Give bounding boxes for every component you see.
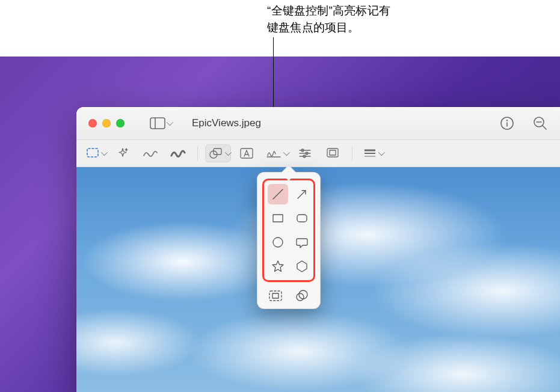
adjust-color-tool[interactable] bbox=[293, 144, 317, 162]
selection-tool[interactable] bbox=[82, 144, 107, 162]
callout-line-1: “全键盘控制”高亮标记有 bbox=[267, 2, 460, 19]
star-shape[interactable] bbox=[268, 256, 288, 277]
signature-icon bbox=[266, 148, 282, 159]
svg-rect-8 bbox=[87, 149, 98, 157]
svg-line-25 bbox=[298, 191, 306, 198]
draw-tool[interactable] bbox=[166, 144, 190, 162]
zoom-out-button[interactable] bbox=[532, 115, 548, 131]
loupe-tool[interactable] bbox=[293, 288, 311, 304]
info-button[interactable] bbox=[500, 116, 514, 130]
svg-rect-20 bbox=[330, 150, 336, 155]
mask-tool[interactable] bbox=[266, 288, 285, 304]
crop-tool[interactable] bbox=[321, 144, 345, 162]
sketch-tool[interactable] bbox=[138, 144, 162, 162]
hexagon-icon bbox=[295, 259, 309, 274]
zoom-out-icon bbox=[532, 115, 548, 131]
sidebar-icon bbox=[150, 117, 165, 129]
text-icon bbox=[239, 147, 254, 159]
roundrect-shape[interactable] bbox=[292, 208, 312, 228]
sidebar-toggle-button[interactable] bbox=[147, 115, 174, 132]
svg-rect-19 bbox=[327, 149, 338, 157]
shapes-tool[interactable] bbox=[205, 144, 231, 162]
sketch-icon bbox=[143, 148, 158, 159]
svg-rect-0 bbox=[150, 118, 165, 129]
svg-line-24 bbox=[273, 189, 283, 199]
chevron-down-icon bbox=[101, 149, 108, 156]
circle-icon bbox=[271, 235, 285, 250]
chevron-down-icon bbox=[378, 149, 385, 156]
speech-bubble-shape[interactable] bbox=[292, 232, 312, 253]
minimize-button[interactable] bbox=[102, 119, 111, 127]
chevron-down-icon bbox=[283, 149, 290, 156]
instant-alpha-tool[interactable] bbox=[111, 144, 135, 162]
shapes-popover bbox=[257, 172, 321, 309]
rectangle-icon bbox=[271, 211, 285, 225]
star-icon bbox=[271, 259, 285, 274]
line-shape[interactable] bbox=[268, 184, 288, 204]
chevron-down-icon bbox=[225, 149, 232, 156]
crop-icon bbox=[326, 147, 339, 159]
loupe-icon bbox=[295, 289, 309, 302]
shapes-icon bbox=[209, 147, 223, 159]
arrow-icon bbox=[295, 187, 309, 201]
svg-point-28 bbox=[273, 237, 283, 247]
sliders-icon bbox=[298, 148, 312, 159]
line-icon bbox=[271, 187, 285, 201]
draw-icon bbox=[170, 148, 186, 159]
sparkle-icon bbox=[116, 147, 129, 160]
close-button[interactable] bbox=[88, 119, 97, 127]
svg-line-6 bbox=[543, 126, 546, 129]
toolbar-divider bbox=[197, 146, 198, 161]
popover-bottom-row bbox=[262, 287, 315, 304]
callout-line-2: 键盘焦点的项目。 bbox=[267, 19, 460, 36]
info-icon bbox=[500, 116, 514, 130]
arrow-shape[interactable] bbox=[292, 184, 312, 204]
lines-icon bbox=[363, 149, 377, 158]
hexagon-shape[interactable] bbox=[292, 256, 312, 277]
toolbar-divider bbox=[352, 146, 352, 161]
fullscreen-button[interactable] bbox=[116, 119, 125, 127]
preview-window: EpicViews.jpeg bbox=[76, 107, 560, 392]
rounded-rectangle-icon bbox=[295, 211, 309, 225]
window-title: EpicViews.jpeg bbox=[192, 117, 261, 129]
markup-toolbar bbox=[76, 139, 560, 167]
selection-icon bbox=[86, 147, 99, 159]
border-style-tool[interactable] bbox=[360, 144, 384, 162]
text-tool[interactable] bbox=[235, 144, 259, 162]
svg-rect-26 bbox=[273, 215, 283, 222]
sign-tool[interactable] bbox=[262, 144, 289, 162]
rect-shape[interactable] bbox=[268, 208, 288, 228]
circle-shape[interactable] bbox=[268, 232, 288, 253]
svg-rect-30 bbox=[272, 293, 278, 298]
svg-rect-27 bbox=[297, 215, 307, 222]
callout-text: “全键盘控制”高亮标记有 键盘焦点的项目。 bbox=[267, 2, 460, 35]
mask-icon bbox=[268, 290, 283, 302]
titlebar: EpicViews.jpeg bbox=[76, 107, 560, 139]
svg-point-3 bbox=[506, 120, 508, 121]
chevron-down-icon bbox=[167, 119, 173, 126]
speech-bubble-icon bbox=[295, 235, 309, 250]
traffic-lights bbox=[88, 119, 125, 127]
shapes-grid-focus-ring bbox=[262, 179, 315, 282]
svg-rect-29 bbox=[269, 291, 282, 301]
